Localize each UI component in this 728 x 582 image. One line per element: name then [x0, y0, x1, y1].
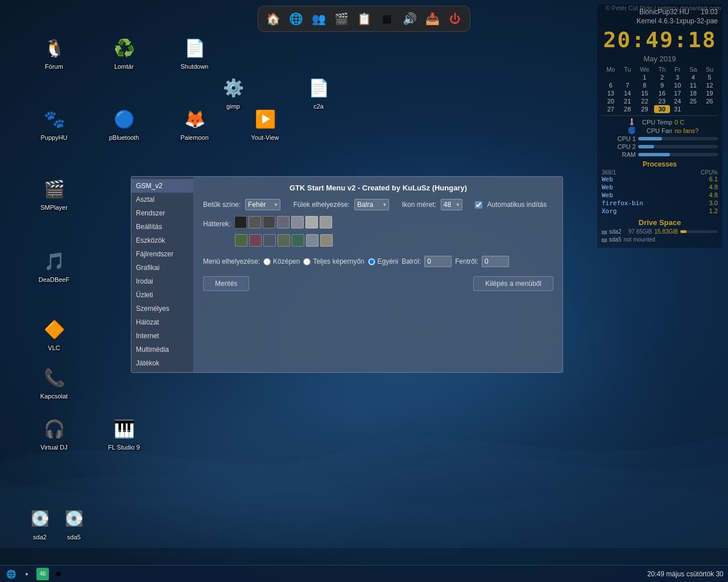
desktop-icon-vlc[interactable]: 🔶 VLC	[31, 315, 77, 352]
gtk-sidebar-item-asztal[interactable]: Asztal	[131, 193, 193, 206]
bg-swatch[interactable]	[292, 234, 304, 247]
bg-swatch[interactable]	[235, 234, 247, 247]
desktop-icon-puppyhu[interactable]: 🐾 PuppyHU	[31, 105, 77, 142]
ram-bar	[638, 153, 670, 156]
cpu-temp-label: CPU Temp	[638, 119, 672, 126]
bg-swatch[interactable]	[278, 234, 290, 247]
gtk-btn-row: Mentés Kilépés a menüből	[203, 276, 553, 291]
desktop-icon-label-flstudio: FL Studio 9	[106, 443, 142, 451]
fentrol-input[interactable]	[482, 256, 509, 267]
bottom-bluetooth-icon[interactable]: ✱	[52, 568, 65, 580]
os-label: BionicPup32 HU	[639, 8, 689, 16]
save-button[interactable]: Mentés	[203, 276, 249, 291]
bg-swatch[interactable]	[234, 216, 247, 228]
desktop-icon-img-youtview: ▶️	[251, 105, 279, 132]
desktop-icon-palemoon[interactable]: 🦊 Palemoon	[172, 105, 217, 142]
drive-row: 🖴 sda2 97.65GiB 15.83GiB	[602, 228, 718, 235]
bg-colors-row2-wrap	[235, 234, 333, 250]
desktop-icon-img-virtualdj: 🎧	[40, 415, 68, 442]
dock-grid-icon[interactable]: ▦	[377, 9, 397, 29]
dock-files-icon[interactable]: 📋	[354, 9, 374, 29]
gtk-sidebar-item-irodai[interactable]: Irodai	[131, 275, 193, 288]
bottom-network-icon[interactable]: 🌐	[5, 568, 17, 580]
bg-swatch[interactable]	[306, 234, 318, 247]
auto-start-checkbox[interactable]	[475, 201, 482, 209]
drive-name: 🖴 sda2	[602, 228, 621, 235]
gtk-sidebar-item-rendszer[interactable]: Rendszer	[131, 206, 193, 220]
gtk-sidebar-item-jatekok[interactable]: Játékok	[131, 356, 193, 370]
balrol-input[interactable]	[424, 256, 452, 267]
drive-icon-sda5-drive[interactable]: 💽 sda5	[51, 505, 97, 541]
gtk-sidebar-item-multimedia[interactable]: Multimédia	[131, 343, 193, 356]
desktop-icon-flstudio[interactable]: 🎹 FL Studio 9	[101, 415, 147, 451]
bg-swatch[interactable]	[263, 234, 276, 247]
bg-swatch[interactable]	[263, 216, 275, 228]
radio-teljes-input[interactable]	[303, 258, 311, 265]
processes-title: Processes	[602, 160, 718, 168]
icon-size-select[interactable]: 243248	[441, 199, 462, 210]
tab-pos-label: Fülek elhelyezése:	[293, 201, 350, 209]
desktop-icon-img-smplayer: 🎬	[40, 175, 68, 202]
tab-pos-select[interactable]: BalraJobbraFelülAlul	[354, 199, 389, 210]
desktop-icon-kapcsolat[interactable]: 📞 Kapcsolat	[31, 364, 77, 400]
font-color-select[interactable]: FehérFeketeSzürke	[245, 199, 280, 210]
process-row: Xorg1.2	[602, 207, 718, 215]
tab-pos-select-wrap: BalraJobbraFelülAlul	[354, 199, 389, 210]
bg-swatch[interactable]	[320, 234, 333, 247]
bg-swatch[interactable]	[277, 216, 289, 228]
bg-swatch[interactable]	[305, 216, 318, 228]
gtk-sidebar-item-grafikai[interactable]: Grafikai	[131, 261, 193, 275]
dock-shutdown-icon[interactable]: ⏻	[445, 9, 465, 29]
gtk-sidebar-item-fajlrendszer[interactable]: Fájlrendszer	[131, 247, 193, 261]
dock-users-icon[interactable]: 👥	[308, 9, 329, 29]
auto-start-label: Automatikus indítás	[487, 201, 547, 209]
radio-teljes[interactable]: Teljes képernyőn	[303, 257, 364, 265]
drive-name: 🖴 sda5	[602, 236, 621, 243]
desktop-icon-forum[interactable]: 🐧 Fórum	[31, 34, 77, 70]
gtk-sidebar-item-személyes[interactable]: Személyes	[131, 302, 193, 315]
bg-swatch[interactable]	[249, 234, 262, 247]
process-row: Web4.8	[602, 184, 718, 191]
gtk-sidebar-item-eszkozok[interactable]: Eszközök	[131, 234, 193, 247]
dock-video-icon[interactable]: 🎬	[331, 9, 351, 29]
dock-audio-icon[interactable]: 🔊	[399, 9, 420, 29]
radio-kozepen-input[interactable]	[263, 258, 271, 265]
desktop-icon-c2a[interactable]: 📄 c2a	[296, 74, 341, 110]
icon-size-select-wrap: 243248	[441, 199, 462, 210]
gtk-sidebar-item-uzleti[interactable]: Üzleti	[131, 288, 193, 302]
dock-download-icon[interactable]: 📥	[422, 9, 442, 29]
bg-colors-row2	[235, 234, 333, 247]
cpu2-label: CPU 2	[602, 143, 636, 150]
desktop-icon-shutdown[interactable]: 📄 Shutdown	[172, 34, 217, 70]
desktop-icon-img-puppyhu: 🐾	[40, 105, 68, 132]
gtk-bg-row: Hátterek:	[203, 216, 553, 250]
gtk-sidebar-item-gsm_v2[interactable]: GSM_v2	[131, 179, 193, 193]
dock-home-icon[interactable]: 🏠	[263, 9, 283, 29]
drive-size: 97.65GiB	[623, 228, 652, 235]
bg-swatch[interactable]	[249, 216, 261, 228]
radio-kozepen[interactable]: Középen	[263, 257, 300, 265]
desktop-icon-youtview[interactable]: ▶️ Yout-View	[242, 105, 288, 142]
gtk-sidebar-item-internet[interactable]: Internet	[131, 329, 193, 343]
cpu2-row: CPU 2	[602, 143, 718, 150]
cpu1-bar-bg	[638, 137, 718, 140]
desktop-icon-pbluetooth[interactable]: 🔵 pBluetooth	[101, 105, 147, 142]
desktop-icon-virtualdj[interactable]: 🎧 Virtual DJ	[31, 415, 77, 451]
calendar-table: MoTuWeThFrSaSu 1234567891011121314151617…	[602, 65, 718, 113]
radio-egyeni[interactable]: Egyéni	[368, 257, 399, 265]
drive-used: 15.83GiB	[654, 228, 678, 235]
process-row: Web4.8	[602, 192, 718, 199]
gtk-sidebar-item-halozat[interactable]: Hálózat	[131, 315, 193, 329]
desktop-icon-deadbeef[interactable]: 🎵 DeaDBeeF	[31, 247, 77, 284]
bg-swatch[interactable]	[320, 216, 332, 228]
exit-button[interactable]: Kilépés a menüből	[473, 276, 553, 291]
drive-icon-label-sda5-drive: sda5	[65, 533, 83, 541]
bg-swatch[interactable]	[291, 216, 304, 228]
desktop-icon-smplayer[interactable]: 🎬 SMPlayer	[31, 175, 77, 211]
desktop-icon-lomtar[interactable]: ♻️ Lomtár	[101, 34, 147, 70]
os-info: BionicPup32 HU 19.03	[602, 8, 718, 16]
gtk-sidebar-item-beallitas[interactable]: Beállítás	[131, 220, 193, 234]
drive-list: 🖴 sda2 97.65GiB 15.83GiB 🖴 sda5not mount…	[602, 228, 718, 243]
dock-browser-icon[interactable]: 🌐	[286, 9, 306, 29]
radio-egyeni-input[interactable]	[368, 258, 375, 265]
